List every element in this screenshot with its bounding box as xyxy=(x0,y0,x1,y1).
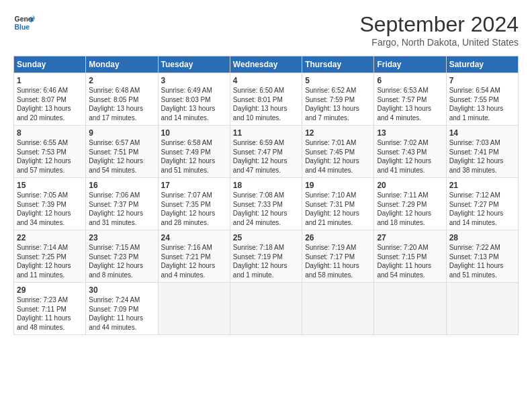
day-cell: 6Sunrise: 6:53 AMSunset: 7:57 PMDaylight… xyxy=(374,73,446,126)
day-cell: 14Sunrise: 7:03 AMSunset: 7:41 PMDayligh… xyxy=(446,126,518,178)
day-number: 25 xyxy=(233,233,299,242)
day-info: Sunrise: 6:59 AMSunset: 7:47 PMDaylight:… xyxy=(233,138,299,175)
week-row-3: 15Sunrise: 7:05 AMSunset: 7:39 PMDayligh… xyxy=(14,178,519,230)
day-info: Sunrise: 7:02 AMSunset: 7:43 PMDaylight:… xyxy=(377,138,443,175)
calendar-table: SundayMondayTuesdayWednesdayThursdayFrid… xyxy=(13,56,519,335)
day-cell: 2Sunrise: 6:48 AMSunset: 8:05 PMDaylight… xyxy=(86,73,158,126)
day-cell: 27Sunrise: 7:20 AMSunset: 7:15 PMDayligh… xyxy=(374,230,446,283)
col-header-tuesday: Tuesday xyxy=(158,56,230,73)
day-cell: 10Sunrise: 6:58 AMSunset: 7:49 PMDayligh… xyxy=(158,126,230,178)
day-cell: 7Sunrise: 6:54 AMSunset: 7:55 PMDaylight… xyxy=(446,73,518,126)
day-number: 23 xyxy=(89,233,154,242)
day-info: Sunrise: 6:46 AMSunset: 8:07 PMDaylight:… xyxy=(17,86,83,122)
day-number: 26 xyxy=(305,233,371,242)
day-cell xyxy=(158,283,230,335)
day-info: Sunrise: 7:05 AMSunset: 7:39 PMDaylight:… xyxy=(17,191,83,227)
day-info: Sunrise: 6:58 AMSunset: 7:49 PMDaylight:… xyxy=(161,138,227,175)
week-row-1: 1Sunrise: 6:46 AMSunset: 8:07 PMDaylight… xyxy=(14,73,519,126)
day-info: Sunrise: 7:22 AMSunset: 7:13 PMDaylight:… xyxy=(449,243,515,279)
day-info: Sunrise: 6:52 AMSunset: 7:59 PMDaylight:… xyxy=(305,86,371,122)
day-cell: 1Sunrise: 6:46 AMSunset: 8:07 PMDaylight… xyxy=(14,73,86,126)
day-cell xyxy=(302,283,374,335)
day-cell: 24Sunrise: 7:16 AMSunset: 7:21 PMDayligh… xyxy=(158,230,230,283)
day-info: Sunrise: 7:07 AMSunset: 7:35 PMDaylight:… xyxy=(161,191,227,227)
day-number: 27 xyxy=(377,233,443,242)
day-cell: 13Sunrise: 7:02 AMSunset: 7:43 PMDayligh… xyxy=(374,126,446,178)
day-info: Sunrise: 7:16 AMSunset: 7:21 PMDaylight:… xyxy=(161,243,227,279)
day-number: 15 xyxy=(17,181,83,190)
title-area: September 2024 Fargo, North Dakota, Unit… xyxy=(359,12,519,48)
day-number: 2 xyxy=(89,76,154,85)
day-info: Sunrise: 7:24 AMSunset: 7:09 PMDaylight:… xyxy=(89,295,154,332)
day-number: 14 xyxy=(449,128,515,138)
day-info: Sunrise: 7:03 AMSunset: 7:41 PMDaylight:… xyxy=(449,138,515,175)
col-header-thursday: Thursday xyxy=(302,56,374,73)
day-info: Sunrise: 7:18 AMSunset: 7:19 PMDaylight:… xyxy=(233,243,299,279)
header: General Blue September 2024 Fargo, North… xyxy=(13,12,519,48)
day-number: 9 xyxy=(89,128,154,138)
day-cell: 29Sunrise: 7:23 AMSunset: 7:11 PMDayligh… xyxy=(14,283,86,335)
logo-icon: General Blue xyxy=(13,12,35,34)
day-cell: 3Sunrise: 6:49 AMSunset: 8:03 PMDaylight… xyxy=(158,73,230,126)
day-number: 18 xyxy=(233,181,299,190)
day-number: 1 xyxy=(17,76,83,85)
day-number: 8 xyxy=(17,128,83,138)
day-info: Sunrise: 7:06 AMSunset: 7:37 PMDaylight:… xyxy=(89,191,154,227)
day-cell: 21Sunrise: 7:12 AMSunset: 7:27 PMDayligh… xyxy=(446,178,518,230)
day-info: Sunrise: 6:57 AMSunset: 7:51 PMDaylight:… xyxy=(89,138,154,175)
day-number: 30 xyxy=(89,285,154,295)
logo: General Blue xyxy=(13,12,35,34)
day-cell: 11Sunrise: 6:59 AMSunset: 7:47 PMDayligh… xyxy=(230,126,302,178)
day-number: 10 xyxy=(161,128,227,138)
day-cell: 23Sunrise: 7:15 AMSunset: 7:23 PMDayligh… xyxy=(86,230,158,283)
day-cell: 8Sunrise: 6:55 AMSunset: 7:53 PMDaylight… xyxy=(14,126,86,178)
col-header-friday: Friday xyxy=(374,56,446,73)
col-header-wednesday: Wednesday xyxy=(230,56,302,73)
day-cell: 9Sunrise: 6:57 AMSunset: 7:51 PMDaylight… xyxy=(86,126,158,178)
day-cell: 22Sunrise: 7:14 AMSunset: 7:25 PMDayligh… xyxy=(14,230,86,283)
day-cell: 4Sunrise: 6:50 AMSunset: 8:01 PMDaylight… xyxy=(230,73,302,126)
day-info: Sunrise: 7:15 AMSunset: 7:23 PMDaylight:… xyxy=(89,243,154,279)
day-info: Sunrise: 7:23 AMSunset: 7:11 PMDaylight:… xyxy=(17,295,83,332)
day-number: 12 xyxy=(305,128,371,138)
week-row-4: 22Sunrise: 7:14 AMSunset: 7:25 PMDayligh… xyxy=(14,230,519,283)
day-number: 5 xyxy=(305,76,371,85)
day-info: Sunrise: 6:50 AMSunset: 8:01 PMDaylight:… xyxy=(233,86,299,122)
day-info: Sunrise: 7:11 AMSunset: 7:29 PMDaylight:… xyxy=(377,191,443,227)
day-cell xyxy=(374,283,446,335)
day-cell: 26Sunrise: 7:19 AMSunset: 7:17 PMDayligh… xyxy=(302,230,374,283)
day-number: 4 xyxy=(233,76,299,85)
day-number: 17 xyxy=(161,181,227,190)
col-header-sunday: Sunday xyxy=(14,56,86,73)
day-cell: 12Sunrise: 7:01 AMSunset: 7:45 PMDayligh… xyxy=(302,126,374,178)
day-info: Sunrise: 7:19 AMSunset: 7:17 PMDaylight:… xyxy=(305,243,371,279)
col-header-monday: Monday xyxy=(86,56,158,73)
location: Fargo, North Dakota, United States xyxy=(359,37,519,48)
day-number: 11 xyxy=(233,128,299,138)
day-cell: 17Sunrise: 7:07 AMSunset: 7:35 PMDayligh… xyxy=(158,178,230,230)
day-number: 29 xyxy=(17,285,83,295)
day-cell: 16Sunrise: 7:06 AMSunset: 7:37 PMDayligh… xyxy=(86,178,158,230)
day-number: 13 xyxy=(377,128,443,138)
day-info: Sunrise: 7:12 AMSunset: 7:27 PMDaylight:… xyxy=(449,191,515,227)
day-cell: 20Sunrise: 7:11 AMSunset: 7:29 PMDayligh… xyxy=(374,178,446,230)
day-number: 3 xyxy=(161,76,227,85)
day-info: Sunrise: 7:08 AMSunset: 7:33 PMDaylight:… xyxy=(233,191,299,227)
day-number: 28 xyxy=(449,233,515,242)
day-number: 7 xyxy=(449,76,515,85)
day-cell xyxy=(230,283,302,335)
day-info: Sunrise: 6:48 AMSunset: 8:05 PMDaylight:… xyxy=(89,86,154,122)
day-info: Sunrise: 7:10 AMSunset: 7:31 PMDaylight:… xyxy=(305,191,371,227)
day-number: 20 xyxy=(377,181,443,190)
svg-text:Blue: Blue xyxy=(15,24,30,31)
week-row-5: 29Sunrise: 7:23 AMSunset: 7:11 PMDayligh… xyxy=(14,283,519,335)
day-info: Sunrise: 7:14 AMSunset: 7:25 PMDaylight:… xyxy=(17,243,83,279)
header-row: SundayMondayTuesdayWednesdayThursdayFrid… xyxy=(14,56,519,73)
day-number: 16 xyxy=(89,181,154,190)
day-cell: 19Sunrise: 7:10 AMSunset: 7:31 PMDayligh… xyxy=(302,178,374,230)
month-title: September 2024 xyxy=(359,12,519,37)
day-info: Sunrise: 7:01 AMSunset: 7:45 PMDaylight:… xyxy=(305,138,371,175)
day-cell: 28Sunrise: 7:22 AMSunset: 7:13 PMDayligh… xyxy=(446,230,518,283)
day-info: Sunrise: 6:55 AMSunset: 7:53 PMDaylight:… xyxy=(17,138,83,175)
day-info: Sunrise: 6:49 AMSunset: 8:03 PMDaylight:… xyxy=(161,86,227,122)
